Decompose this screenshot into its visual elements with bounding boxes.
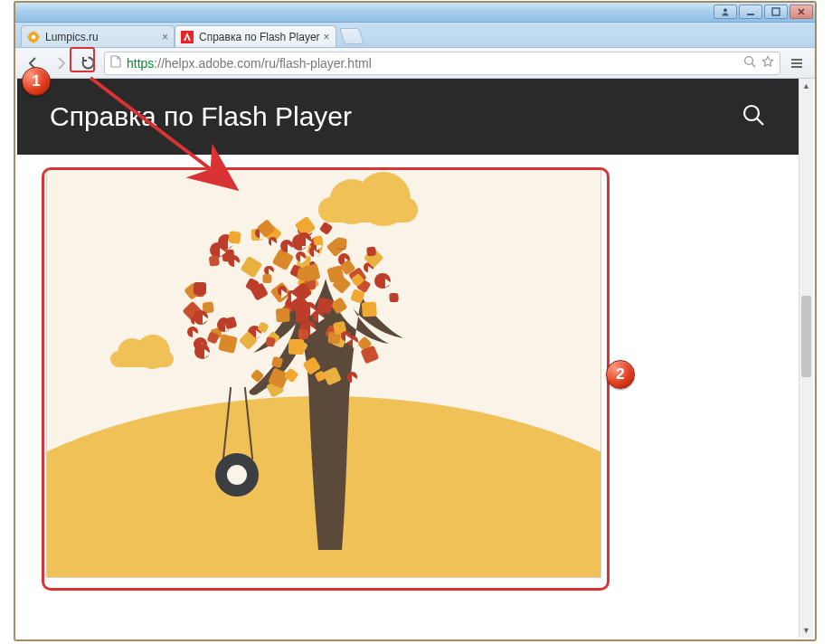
url-text: https://helpx.adobe.com/ru/flash-player.… bbox=[127, 56, 738, 71]
address-bar[interactable]: https://helpx.adobe.com/ru/flash-player.… bbox=[104, 52, 780, 75]
new-tab-button[interactable] bbox=[339, 28, 364, 44]
page-viewport: Справка по Flash Player bbox=[17, 79, 813, 638]
minimize-button[interactable] bbox=[739, 5, 762, 19]
callout-badge-2: 2 bbox=[606, 360, 635, 389]
window-titlebar bbox=[15, 3, 815, 23]
bookmark-star-icon[interactable] bbox=[761, 55, 774, 71]
adobe-header: Справка по Flash Player bbox=[17, 79, 799, 155]
svg-rect-13 bbox=[791, 62, 802, 64]
scroll-thumb[interactable] bbox=[801, 296, 811, 377]
forward-button[interactable] bbox=[50, 52, 71, 74]
svg-rect-14 bbox=[791, 66, 802, 68]
scroll-down-arrow-icon[interactable]: ▼ bbox=[799, 623, 813, 638]
browser-tab[interactable]: Lumpics.ru × bbox=[21, 25, 175, 47]
svg-rect-1 bbox=[747, 14, 754, 15]
tree-leaves bbox=[165, 206, 418, 405]
ground-illustration bbox=[46, 396, 601, 578]
svg-line-11 bbox=[752, 63, 755, 67]
page-title: Справка по Flash Player bbox=[50, 101, 352, 132]
svg-point-4 bbox=[32, 34, 36, 39]
svg-rect-2 bbox=[772, 8, 780, 15]
browser-toolbar: https://helpx.adobe.com/ru/flash-player.… bbox=[15, 48, 815, 79]
tab-strip: Lumpics.ru × Справка по Flash Player × bbox=[15, 23, 815, 48]
browser-tab-active[interactable]: Справка по Flash Player × bbox=[175, 25, 336, 47]
scroll-up-arrow-icon[interactable]: ▲ bbox=[799, 79, 813, 93]
browser-menu-button[interactable] bbox=[786, 52, 808, 74]
favicon-lumpics bbox=[27, 31, 40, 43]
close-window-button[interactable] bbox=[789, 5, 813, 19]
callout-number: 2 bbox=[616, 365, 624, 384]
zoom-icon[interactable] bbox=[743, 55, 756, 71]
flash-content bbox=[46, 169, 601, 578]
svg-point-10 bbox=[745, 56, 753, 64]
maximize-button[interactable] bbox=[764, 5, 788, 19]
svg-point-0 bbox=[723, 8, 727, 12]
vertical-scrollbar[interactable]: ▲ ▼ bbox=[799, 79, 813, 638]
svg-rect-12 bbox=[791, 59, 802, 61]
tab-close-icon[interactable]: × bbox=[162, 31, 168, 43]
callout-number: 1 bbox=[32, 72, 40, 90]
favicon-adobe bbox=[181, 31, 194, 43]
user-menu-button[interactable] bbox=[714, 5, 737, 19]
tire-swing bbox=[215, 453, 259, 497]
callout-badge-1: 1 bbox=[22, 67, 51, 96]
svg-line-16 bbox=[757, 118, 763, 125]
tab-title: Справка по Flash Player bbox=[199, 31, 320, 43]
screenshot-frame: Lumpics.ru × Справка по Flash Player × bbox=[14, 1, 817, 641]
search-icon[interactable] bbox=[741, 102, 766, 131]
tab-title: Lumpics.ru bbox=[45, 31, 158, 43]
svg-point-15 bbox=[744, 106, 759, 120]
reload-button[interactable] bbox=[77, 52, 99, 74]
tab-close-icon[interactable]: × bbox=[324, 31, 330, 43]
page-icon bbox=[110, 55, 121, 71]
